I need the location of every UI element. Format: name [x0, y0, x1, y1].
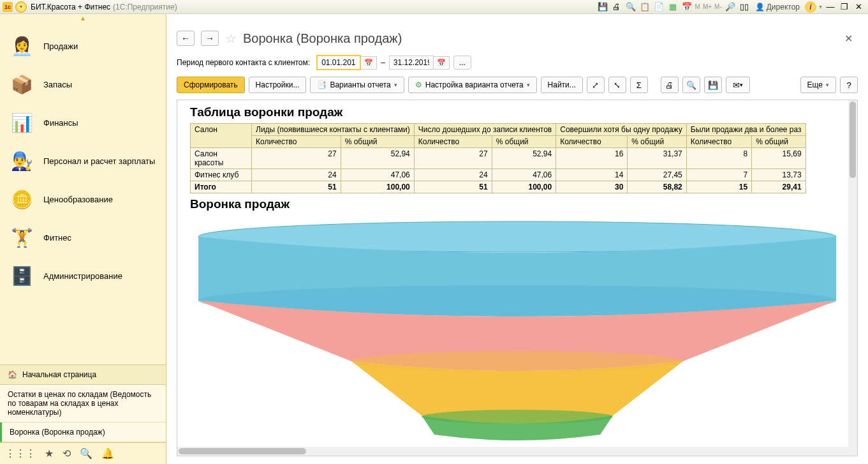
sum-icon[interactable]: Σ: [630, 77, 648, 93]
table-title: Таблица воронки продаж: [190, 105, 844, 119]
finance-icon: 📊: [9, 110, 34, 135]
history-icon[interactable]: ⟲: [63, 447, 71, 460]
preview-icon[interactable]: 🔍: [682, 77, 700, 93]
sidebar-item-label: Фитнес: [43, 233, 71, 243]
date-from-input[interactable]: [316, 55, 361, 70]
sidebar-item-label: Ценообразование: [43, 195, 113, 204]
variant-settings-button[interactable]: ⚙ Настройка варианта отчета ▾: [408, 77, 537, 93]
scrollbar-vertical[interactable]: [848, 100, 857, 456]
sidebar-item-fitness[interactable]: 🏋️ Фитнес: [0, 218, 166, 257]
home-row[interactable]: 🏠 Начальная страница: [0, 364, 166, 385]
panels-icon[interactable]: ▯▯: [738, 1, 751, 13]
svg-point-3: [422, 410, 613, 424]
open-window-funnel[interactable]: Воронка (Воронка продаж): [0, 423, 166, 442]
sidebar-item-admin[interactable]: 🗄️ Администрирование: [0, 257, 166, 295]
sidebar-item-label: Продажи: [43, 41, 78, 51]
home-label: Начальная страница: [22, 370, 96, 379]
print-icon[interactable]: 🖨: [610, 1, 623, 13]
notifications-icon[interactable]: 🔔: [101, 447, 114, 460]
close-page-icon[interactable]: ✕: [839, 33, 858, 45]
date-to-input[interactable]: [389, 56, 434, 70]
collapse-icon[interactable]: ⤡: [608, 77, 626, 93]
user-label[interactable]: 👤 Директор: [751, 3, 804, 11]
sidebar-item-label: Финансы: [43, 118, 78, 128]
variant-settings-label: Настройка варианта отчета: [425, 80, 524, 89]
form-report-button[interactable]: Сформировать: [177, 77, 245, 93]
content-area: ← → ☆ Воронка (Воронка продаж) ✕ Период …: [166, 14, 868, 464]
variants-icon: 📑: [317, 80, 327, 89]
print-icon[interactable]: 🖨: [661, 77, 679, 93]
app-subtitle: (1С:Предприятие): [113, 3, 177, 11]
gear-icon: ⚙: [415, 80, 422, 89]
calendar-icon[interactable]: 📅: [680, 1, 693, 13]
col-qty: Количество: [252, 136, 341, 148]
table-total-row[interactable]: Итого 51100,00 51100,00 3058,82 1529,41: [191, 181, 806, 193]
doc-icon[interactable]: 📄: [652, 1, 665, 13]
sidebar-item-finance[interactable]: 📊 Финансы: [0, 103, 166, 142]
close-window-icon[interactable]: ✕: [852, 1, 865, 13]
page-title: Воронка (Воронка продаж): [243, 31, 402, 46]
table-row[interactable]: Фитнес клуб 2447,06 2447,06 1427,45 713,…: [191, 169, 806, 181]
back-button[interactable]: ←: [177, 31, 195, 46]
calendar-to-icon[interactable]: 📅: [434, 56, 450, 70]
calendar-from-icon[interactable]: 📅: [361, 56, 377, 70]
app-menu-dropdown[interactable]: ▾: [15, 1, 27, 13]
info-icon[interactable]: i: [805, 1, 816, 13]
favorite-icon[interactable]: ★: [45, 447, 54, 460]
pricing-icon: 🪙: [9, 186, 34, 212]
variants-label: Варианты отчета: [330, 80, 390, 89]
sidebar-item-stock[interactable]: 📦 Запасы: [0, 65, 166, 103]
col-qty: Количество: [556, 136, 628, 148]
admin-icon: 🗄️: [9, 263, 34, 288]
bottom-bar: ⋮⋮⋮ ★ ⟲ 🔍 🔔: [0, 442, 166, 464]
date-to-wrapper: 📅: [389, 56, 450, 70]
period-dash: –: [381, 58, 385, 67]
report-variants-button[interactable]: 📑 Варианты отчета ▾: [310, 77, 404, 93]
help-button[interactable]: ?: [840, 77, 858, 93]
table-row[interactable]: Салон красоты 2752,94 2752,94 1631,37 81…: [191, 148, 806, 169]
period-more-button[interactable]: ...: [453, 56, 471, 70]
col-group: Были продажи два и более раз: [686, 124, 805, 136]
col-group: Число дошедших до записи клиентов: [414, 124, 555, 136]
user-name: Директор: [767, 3, 800, 11]
m-minus-button[interactable]: M-: [713, 3, 723, 10]
expand-icon[interactable]: ⤢: [587, 77, 605, 93]
save-report-icon[interactable]: 💾: [704, 77, 722, 93]
col-pct: % общий: [752, 136, 805, 148]
funnel-table: Салон Лиды (появившиеся контакты с клиен…: [190, 123, 806, 193]
col-pct: % общий: [492, 136, 556, 148]
search-icon[interactable]: 🔍: [80, 447, 92, 460]
restore-icon[interactable]: ❐: [838, 1, 851, 13]
favorite-toggle-icon[interactable]: ☆: [225, 31, 237, 46]
email-icon[interactable]: ✉ ▾: [726, 77, 750, 93]
sidebar-item-sales[interactable]: 👩‍💼 Продажи: [0, 27, 166, 65]
sidebar-collapse-icon[interactable]: ▲: [0, 14, 166, 22]
m-plus-button[interactable]: M+: [702, 3, 713, 10]
scrollbar-horizontal[interactable]: [177, 447, 848, 456]
preview-icon[interactable]: 🔍: [624, 1, 637, 13]
save-icon[interactable]: 💾: [596, 1, 609, 13]
sidebar-item-payroll[interactable]: 👨‍🔧 Персонал и расчет зарплаты: [0, 142, 166, 180]
forward-button[interactable]: →: [201, 31, 219, 46]
minimize-icon[interactable]: —: [824, 1, 837, 13]
sales-icon: 👩‍💼: [9, 33, 34, 59]
copy-icon[interactable]: 📋: [638, 1, 651, 13]
more-label: Еще: [807, 80, 823, 89]
sidebar-item-pricing[interactable]: 🪙 Ценообразование: [0, 180, 166, 218]
fitness-icon: 🏋️: [9, 225, 34, 250]
open-window-stock[interactable]: Остатки в ценах по складам (Ведомость по…: [0, 385, 166, 423]
col-qty: Количество: [414, 136, 492, 148]
chevron-down-icon: ▾: [394, 82, 397, 88]
m-button[interactable]: M: [694, 3, 702, 10]
col-group: Совершили хотя бы одну продажу: [556, 124, 687, 136]
apps-icon[interactable]: ⋮⋮⋮: [5, 447, 36, 460]
home-icon: 🏠: [8, 370, 17, 379]
info-dropdown[interactable]: ▾: [818, 3, 823, 10]
zoom-icon[interactable]: 🔎: [724, 1, 737, 13]
sidebar-item-label: Запасы: [43, 80, 72, 89]
svg-point-2: [351, 351, 683, 371]
more-button[interactable]: Еще ▾: [800, 77, 836, 93]
table-icon[interactable]: ▦: [666, 1, 679, 13]
find-button[interactable]: Найти...: [541, 77, 583, 93]
settings-button[interactable]: Настройки...: [249, 77, 307, 93]
